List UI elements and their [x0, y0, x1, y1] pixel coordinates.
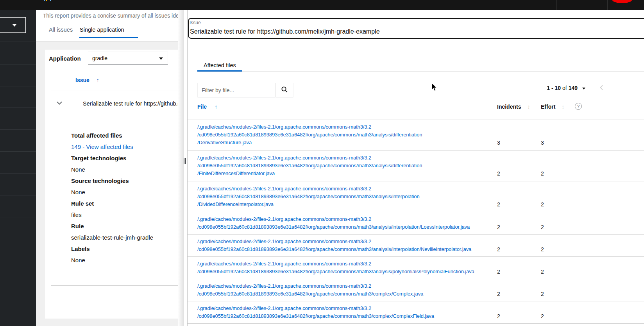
prev-page-button[interactable] [599, 84, 604, 92]
file-column-sort[interactable]: File↑ [197, 104, 217, 110]
issue-card-label: Issue [190, 20, 201, 25]
application-select-value: gradle [92, 55, 107, 61]
sidebar-application-dropdown[interactable] [0, 17, 26, 33]
chevron-down-icon [57, 101, 62, 105]
tab-affected-files[interactable]: Affected files [197, 59, 242, 72]
incidents-column-label: Incidents [497, 104, 521, 110]
incidents-value: 2 [497, 201, 541, 208]
table-row: /.gradle/caches/modules-2/files-2.1/org.… [188, 212, 644, 235]
detail-label: Rule [71, 222, 153, 230]
affected-files-table-header: File↑ Incidents↕ Effort↕ ? [188, 103, 644, 120]
issue-card-title: Serializable test rule for https://githu… [190, 28, 380, 35]
file-link[interactable]: /.gradle/caches/modules-2/files-2.1/org.… [197, 215, 497, 231]
issue-title-card: Issue Serializable test rule for https:/… [188, 18, 644, 39]
file-link[interactable]: /.gradle/caches/modules-2/files-2.1/org.… [197, 305, 497, 320]
issue-row-title[interactable]: Serializable test rule for https://githu… [83, 100, 178, 107]
collapse-row-chevron[interactable] [57, 100, 62, 106]
file-link[interactable]: /.gradle/caches/modules-2/files-2.1/org.… [197, 260, 497, 276]
affected-files-rows: /.gradle/caches/modules-2/files-2.1/org.… [188, 120, 644, 324]
issue-column-label: Issue [75, 77, 89, 83]
file-column-label: File [197, 104, 207, 110]
incidents-value: 2 [497, 312, 541, 320]
splitter-grip-icon [184, 158, 187, 164]
effort-column-label: Effort [541, 104, 555, 110]
table-row: /.gradle/caches/modules-2/files-2.1/org.… [188, 120, 644, 150]
chevron-down-icon [159, 57, 163, 60]
incidents-value: 2 [497, 223, 541, 231]
sidebar-divider [0, 151, 36, 152]
file-link[interactable]: /.gradle/caches/modules-2/files-2.1/org.… [197, 185, 497, 208]
file-link[interactable]: /.gradle/caches/modules-2/files-2.1/org.… [197, 282, 497, 298]
help-icon[interactable]: ? [575, 103, 582, 110]
application-label: Application [49, 55, 81, 62]
table-row: /.gradle/caches/modules-2/files-2.1/org.… [188, 235, 644, 257]
pagination-menu-toggle[interactable] [582, 88, 585, 90]
brand-logo-fragment [44, 0, 45, 1]
table-row: /.gradle/caches/modules-2/files-2.1/org.… [188, 301, 644, 324]
active-tab-underline [79, 37, 138, 38]
mouse-cursor [431, 83, 437, 91]
sidebar-divider [0, 173, 36, 174]
view-affected-files-link[interactable]: 149 - View affected files [71, 143, 133, 150]
sort-ascending-icon: ↑ [97, 77, 99, 83]
table-row: /.gradle/caches/modules-2/files-2.1/org.… [188, 279, 644, 301]
incidents-value: 2 [497, 268, 541, 276]
row-bottom-divider [51, 285, 178, 286]
masthead-divider [607, 0, 608, 10]
red-hat-logo-icon[interactable] [612, 0, 632, 3]
sidebar-divider [0, 64, 36, 64]
table-header-divider [51, 91, 178, 91]
file-link[interactable]: /.gradle/caches/modules-2/files-2.1/org.… [197, 154, 497, 177]
pagination-range: 1 - 10 of 149 [547, 85, 578, 91]
filter-input[interactable] [197, 83, 275, 97]
sidebar-divider [0, 129, 36, 130]
issue-details-list: Total affected files149 - View affected … [71, 128, 153, 264]
search-button[interactable] [275, 83, 293, 97]
effort-value: 2 [541, 170, 544, 177]
table-row: /.gradle/caches/modules-2/files-2.1/org.… [188, 150, 644, 181]
effort-value: 2 [541, 201, 544, 208]
detail-value: 149 - View affected files [71, 143, 153, 151]
effort-value: 2 [541, 312, 544, 320]
file-link[interactable]: /.gradle/caches/modules-2/files-2.1/org.… [197, 123, 497, 147]
tab-single-application[interactable]: Single application [80, 27, 124, 33]
sidebar [0, 10, 36, 326]
detail-value: None [71, 166, 153, 174]
chevron-down-icon [12, 24, 17, 27]
incidents-column-sort[interactable]: Incidents↕ [497, 104, 530, 110]
effort-value: 2 [541, 290, 544, 298]
effort-value: 3 [541, 139, 544, 147]
sidebar-divider [0, 195, 36, 195]
masthead [0, 0, 644, 10]
search-icon [281, 86, 288, 93]
sidebar-divider [0, 107, 36, 108]
detail-value: files [71, 211, 153, 219]
masthead-divider [556, 0, 557, 10]
sort-both-icon: ↕ [562, 104, 564, 110]
detail-label: Target technologies [71, 154, 153, 162]
detail-value: None [71, 256, 153, 264]
tab-all-issues[interactable]: All issues [49, 27, 73, 33]
pagination: 1 - 10 of 149 [535, 83, 644, 93]
incidents-value: 2 [497, 245, 541, 253]
affected-files-drawer: Issue Serializable test rule for https:/… [188, 10, 644, 326]
drawer-resize-splitter[interactable] [178, 10, 188, 326]
incidents-value: 2 [497, 170, 541, 177]
table-row: /.gradle/caches/modules-2/files-2.1/org.… [188, 181, 644, 212]
detail-value: serializable-test-rule-jmh-gradle [71, 234, 153, 242]
sidebar-divider [0, 217, 36, 217]
detail-label: Rule set [71, 200, 153, 208]
effort-value: 2 [541, 268, 544, 276]
issues-card: Application gradle Issue↑ Serializable t… [45, 50, 178, 319]
issue-column-sort[interactable]: Issue↑ [75, 77, 99, 83]
detail-value: None [71, 188, 153, 196]
file-link[interactable]: /.gradle/caches/modules-2/files-2.1/org.… [197, 238, 497, 253]
table-row: /.gradle/caches/modules-2/files-2.1/org.… [188, 257, 644, 279]
detail-label: Source technologies [71, 177, 153, 185]
effort-column-sort[interactable]: Effort↕ [541, 104, 564, 110]
sort-ascending-icon: ↑ [215, 104, 217, 110]
application-select[interactable]: gradle [88, 52, 168, 65]
brand-logo-fragment [46, 0, 47, 1]
sort-both-icon: ↕ [527, 104, 530, 110]
sidebar-divider [0, 86, 36, 86]
